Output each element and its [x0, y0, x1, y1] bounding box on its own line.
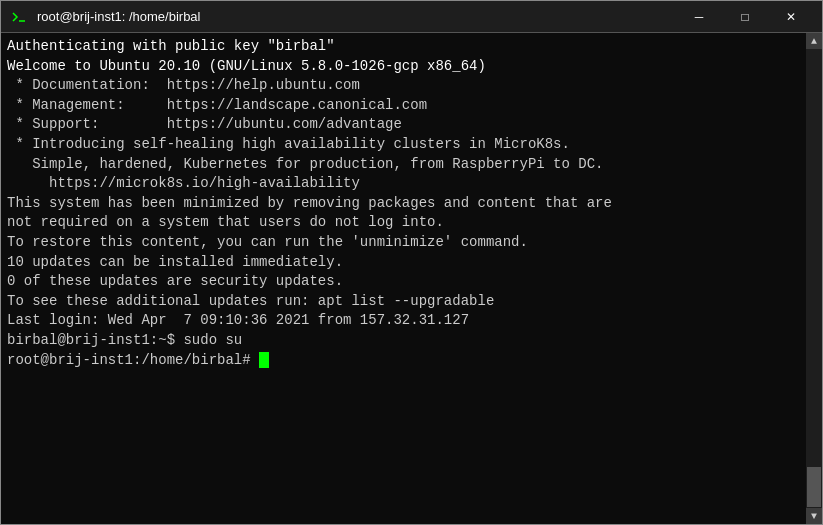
terminal-line: * Support: https://ubuntu.com/advantage: [7, 115, 800, 135]
terminal-line: https://microk8s.io/high-availability: [7, 174, 800, 194]
titlebar: root@brij-inst1: /home/birbal ─ □ ✕: [1, 1, 822, 33]
window-title: root@brij-inst1: /home/birbal: [37, 9, 676, 24]
window-controls: ─ □ ✕: [676, 1, 814, 33]
terminal-line: Simple, hardened, Kubernetes for product…: [7, 155, 800, 175]
terminal-line: Authenticating with public key "birbal": [7, 37, 800, 57]
terminal-body: Authenticating with public key "birbal"W…: [1, 33, 822, 524]
terminal-line: * Documentation: https://help.ubuntu.com: [7, 76, 800, 96]
terminal-output[interactable]: Authenticating with public key "birbal"W…: [1, 33, 806, 524]
maximize-button[interactable]: □: [722, 1, 768, 33]
terminal-line: To see these additional updates run: apt…: [7, 292, 800, 312]
terminal-cursor: [259, 352, 269, 368]
scrollbar-track[interactable]: [806, 49, 822, 508]
scrollbar[interactable]: ▲ ▼: [806, 33, 822, 524]
scroll-down-button[interactable]: ▼: [806, 508, 822, 524]
close-button[interactable]: ✕: [768, 1, 814, 33]
terminal-line: 10 updates can be installed immediately.: [7, 253, 800, 273]
scrollbar-thumb[interactable]: [807, 467, 821, 507]
terminal-line: root@brij-inst1:/home/birbal#: [7, 351, 800, 371]
terminal-line: * Management: https://landscape.canonica…: [7, 96, 800, 116]
terminal-window: root@brij-inst1: /home/birbal ─ □ ✕ Auth…: [0, 0, 823, 525]
terminal-line: 0 of these updates are security updates.: [7, 272, 800, 292]
terminal-line: birbal@brij-inst1:~$ sudo su: [7, 331, 800, 351]
terminal-line: Welcome to Ubuntu 20.10 (GNU/Linux 5.8.0…: [7, 57, 800, 77]
terminal-line: not required on a system that users do n…: [7, 213, 800, 233]
terminal-line: * Introducing self-healing high availabi…: [7, 135, 800, 155]
terminal-line: To restore this content, you can run the…: [7, 233, 800, 253]
minimize-button[interactable]: ─: [676, 1, 722, 33]
terminal-line: Last login: Wed Apr 7 09:10:36 2021 from…: [7, 311, 800, 331]
terminal-line: This system has been minimized by removi…: [7, 194, 800, 214]
svg-rect-0: [11, 9, 27, 25]
terminal-icon: [9, 7, 29, 27]
scroll-up-button[interactable]: ▲: [806, 33, 822, 49]
